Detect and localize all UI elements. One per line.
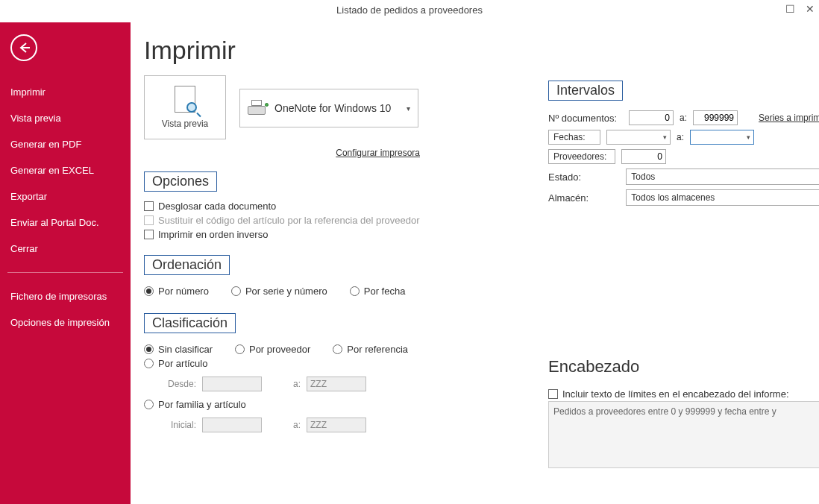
radio-label-por-familia: Por familia y artículo [158,399,246,410]
radio-por-serie[interactable]: Por serie y número [231,286,327,297]
chevron-down-icon: ▾ [663,133,667,141]
section-clasificacion: Clasificación [144,313,236,333]
sidebar-item-imprimir[interactable]: Imprimir [7,79,123,105]
section-intervalos: Intervalos [548,81,623,101]
radio-label-por-referencia: Por referencia [347,344,408,355]
checkbox-inverso[interactable] [144,230,154,239]
preview-icon [172,86,198,116]
checkbox-incluir-limites[interactable] [548,389,558,399]
series-link[interactable]: Series a imprimir: [759,113,819,123]
radio-label-por-fecha: Por fecha [364,286,406,297]
option-sustituir-label: Sustituir el código del artículo por la … [158,215,419,226]
familia-hasta-input[interactable] [307,418,366,432]
radio-icon [144,286,154,296]
fecha-from-input[interactable]: ▾ [606,130,671,145]
printer-select[interactable]: OneNote for Windows 10 ▾ [239,89,418,127]
radio-label-por-serie: Por serie y número [245,286,327,297]
sidebar-item-opciones-impresion[interactable]: Opciones de impresión [7,309,123,336]
a-label-2: a: [268,420,301,430]
radio-label-sin: Sin clasificar [158,344,213,355]
radio-label-por-numero: Por número [158,286,209,297]
almacen-value: Todos los almacenes [631,192,715,203]
fechas-label[interactable]: Fechas: [548,130,600,145]
proveedor-from-input[interactable] [621,149,666,164]
encabezado-text: Pedidos a proveedores entre 0 y 999999 y… [553,406,776,417]
radio-icon [144,400,154,409]
sidebar-item-exportar[interactable]: Exportar [7,183,123,210]
main-panel: Imprimir Vista previa OneNote for Window… [131,22,819,504]
sidebar-divider [7,272,123,273]
chevron-down-icon: ▾ [407,104,410,113]
a-label: a: [268,379,301,389]
estado-label: Estado: [548,171,620,183]
proveedores-label[interactable]: Proveedores: [548,149,615,164]
radio-icon [350,286,360,296]
preview-button[interactable]: Vista previa [144,75,226,139]
sidebar-item-vista-previa[interactable]: Vista previa [7,105,123,131]
printer-icon [248,100,267,116]
radio-icon [144,359,154,368]
radio-sin-clasificar[interactable]: Sin clasificar [144,344,213,355]
sep-a-2: a: [677,132,684,142]
option-inverso-label: Imprimir en orden inverso [158,229,268,240]
fecha-to-input[interactable]: ▾ [690,130,754,145]
window-controls: ☐ ✕ [785,3,815,15]
checkbox-desglosar[interactable] [144,201,154,211]
estado-value: Todos [631,171,655,182]
preview-caption: Vista previa [162,119,208,129]
inicial-label: Inicial: [163,420,196,430]
printer-selected-text: OneNote for Windows 10 [274,102,399,114]
sidebar-item-fichero-impresoras[interactable]: Fichero de impresoras [7,283,123,309]
familia-inicial-input[interactable] [202,418,262,432]
page-title: Imprimir [144,36,797,65]
radio-icon [333,344,342,354]
sidebar: Imprimir Vista previa Generar en PDF Gen… [0,22,131,504]
radio-icon [144,344,154,354]
ndoc-to-input[interactable] [693,110,738,125]
estado-select[interactable]: Todos ▾ [626,168,819,185]
titlebar: Listado de pedidos a proveedores ☐ ✕ [0,0,819,22]
section-ordenacion: Ordenación [144,255,230,275]
maximize-icon[interactable]: ☐ [785,3,795,15]
encabezado-check-row[interactable]: Incluir texto de límites en el encabezad… [548,387,819,401]
window-title: Listado de pedidos a proveedores [0,0,819,16]
back-button[interactable] [10,34,37,61]
sidebar-item-generar-excel[interactable]: Generar en EXCEL [7,157,123,183]
option-desglosar-label: Desglosar cada documento [158,201,276,212]
section-encabezado: Encabezado [548,357,819,377]
close-icon[interactable]: ✕ [806,3,815,15]
encabezado-check-label: Incluir texto de límites en el encabezad… [562,388,789,400]
radio-por-proveedor[interactable]: Por proveedor [235,344,310,355]
desde-label: Desde: [163,379,196,389]
almacen-select[interactable]: Todos los almacenes ▾ [626,189,819,206]
articulo-hasta-input[interactable] [307,377,366,391]
sidebar-item-generar-pdf[interactable]: Generar en PDF [7,131,123,157]
configure-printer-link[interactable]: Configurar impresora [336,148,420,158]
sidebar-item-cerrar[interactable]: Cerrar [7,236,123,262]
sep-a-1: a: [680,113,687,123]
checkbox-sustituir [144,215,154,225]
chevron-down-icon: ▾ [747,133,750,141]
almacen-label: Almacén: [548,192,620,204]
ndoc-label: Nº documentos: [548,113,623,124]
radio-icon [235,344,245,354]
radio-por-fecha[interactable]: Por fecha [350,286,406,297]
right-panel: Intervalos Nº documentos: a: Series a im… [548,67,819,468]
articulo-desde-input[interactable] [202,377,262,391]
section-opciones: Opciones [144,171,217,192]
radio-por-numero[interactable]: Por número [144,286,209,297]
encabezado-textarea[interactable]: Pedidos a proveedores entre 0 y 999999 y… [548,401,819,468]
radio-label-por-proveedor: Por proveedor [249,344,310,355]
radio-por-referencia[interactable]: Por referencia [333,344,408,355]
radio-label-por-articulo: Por artículo [158,358,207,369]
ndoc-from-input[interactable] [629,110,674,125]
arrow-left-icon [17,41,31,54]
sidebar-item-enviar-portal[interactable]: Enviar al Portal Doc. [7,210,123,236]
radio-icon [231,286,241,296]
